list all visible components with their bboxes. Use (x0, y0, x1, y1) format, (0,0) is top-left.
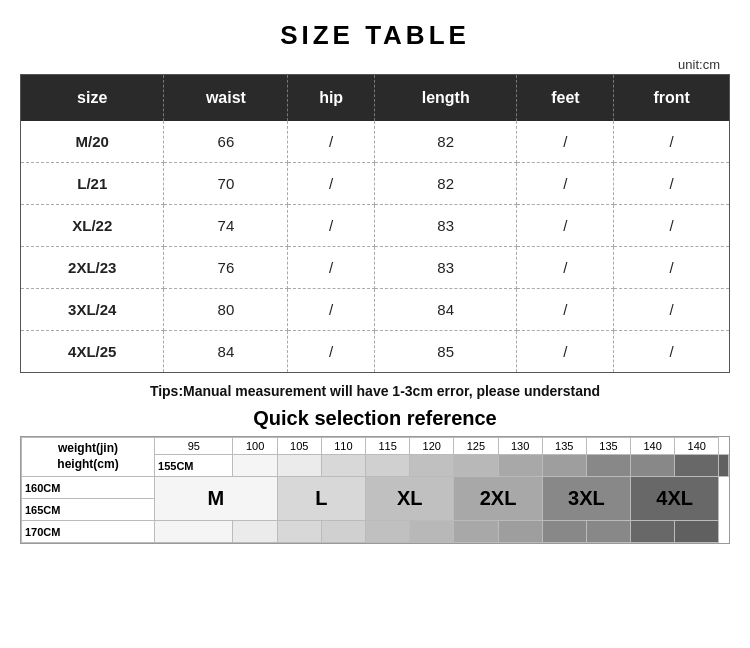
quick-color-cell (542, 521, 586, 543)
table-cell: / (517, 121, 614, 163)
quick-color-cell (233, 455, 277, 477)
table-row: XL/2274/83// (21, 205, 730, 247)
quick-table-wrap: weight(jin)height(cm)9510010511011512012… (20, 436, 730, 544)
table-cell: 76 (164, 247, 288, 289)
quick-color-cell (631, 521, 675, 543)
table-cell: 84 (164, 331, 288, 373)
quick-selection-title: Quick selection reference (20, 407, 730, 430)
table-cell: 82 (374, 163, 517, 205)
size-label-cell: M (155, 477, 278, 521)
quick-color-cell (631, 455, 675, 477)
table-cell: 83 (374, 247, 517, 289)
col-header-length: length (374, 75, 517, 122)
table-cell: / (614, 247, 730, 289)
weight-col-header: 140 (675, 438, 719, 455)
quick-color-cell (321, 521, 365, 543)
table-cell: XL/22 (21, 205, 164, 247)
tips-text: Tips:Manual measurement will have 1-3cm … (20, 383, 730, 399)
table-cell: / (614, 289, 730, 331)
weight-col-header: 100 (233, 438, 277, 455)
table-cell: / (517, 163, 614, 205)
quick-color-cell (366, 455, 410, 477)
table-cell: / (288, 205, 374, 247)
quick-color-cell (454, 455, 498, 477)
col-header-hip: hip (288, 75, 374, 122)
quick-color-cell (277, 521, 321, 543)
quick-color-cell (586, 455, 630, 477)
quick-color-cell (498, 521, 542, 543)
col-header-feet: feet (517, 75, 614, 122)
quick-color-cell (675, 521, 719, 543)
quick-color-cell (233, 521, 277, 543)
unit-label: unit:cm (20, 57, 720, 72)
table-cell: / (517, 247, 614, 289)
quick-color-cell (321, 455, 365, 477)
table-cell: 66 (164, 121, 288, 163)
table-cell: 84 (374, 289, 517, 331)
table-cell: M/20 (21, 121, 164, 163)
table-cell: / (288, 331, 374, 373)
table-cell: / (517, 205, 614, 247)
table-cell: L/21 (21, 163, 164, 205)
quick-color-cell (410, 455, 454, 477)
size-label-cell: 3XL (542, 477, 630, 521)
weight-col-header: 130 (498, 438, 542, 455)
table-row: L/2170/82// (21, 163, 730, 205)
quick-color-cell (586, 521, 630, 543)
quick-table: weight(jin)height(cm)9510010511011512012… (21, 437, 729, 543)
height-label: 165CM (22, 499, 155, 521)
quick-color-cell (410, 521, 454, 543)
col-header-front: front (614, 75, 730, 122)
table-cell: 83 (374, 205, 517, 247)
size-label-cell: 2XL (454, 477, 542, 521)
quick-color-cell (675, 455, 719, 477)
quick-color-cell (719, 455, 729, 477)
weight-col-header: 120 (410, 438, 454, 455)
quick-color-cell (454, 521, 498, 543)
quick-body-row: 170CM (22, 521, 729, 543)
size-table: sizewaisthiplengthfeetfront M/2066/82//L… (20, 74, 730, 373)
table-cell: 3XL/24 (21, 289, 164, 331)
weight-col-header: 110 (321, 438, 365, 455)
table-cell: / (288, 247, 374, 289)
weight-col-header: 140 (631, 438, 675, 455)
size-label-cell: XL (366, 477, 454, 521)
weight-col-header: 135 (586, 438, 630, 455)
table-body: M/2066/82//L/2170/82//XL/2274/83//2XL/23… (21, 121, 730, 373)
table-cell: 85 (374, 331, 517, 373)
table-header-row: sizewaisthiplengthfeetfront (21, 75, 730, 122)
quick-color-cell (498, 455, 542, 477)
size-label-cell: L (277, 477, 365, 521)
table-cell: 80 (164, 289, 288, 331)
table-cell: 4XL/25 (21, 331, 164, 373)
size-label-cell: 4XL (631, 477, 719, 521)
table-cell: 70 (164, 163, 288, 205)
table-cell: / (614, 331, 730, 373)
table-cell: / (614, 205, 730, 247)
table-cell: 2XL/23 (21, 247, 164, 289)
table-cell: / (288, 163, 374, 205)
col-header-size: size (21, 75, 164, 122)
table-cell: 74 (164, 205, 288, 247)
weight-col-header: 125 (454, 438, 498, 455)
col-header-waist: waist (164, 75, 288, 122)
weight-col-header: 115 (366, 438, 410, 455)
quick-header-row: weight(jin)height(cm)9510010511011512012… (22, 438, 729, 455)
quick-color-cell (277, 455, 321, 477)
weight-col-header: 95 (155, 438, 233, 455)
height-label: 155CM (155, 455, 233, 477)
table-cell: / (288, 121, 374, 163)
height-label: 160CM (22, 477, 155, 499)
page-title: SIZE TABLE (20, 20, 730, 51)
table-cell: / (517, 331, 614, 373)
table-cell: 82 (374, 121, 517, 163)
table-row: 3XL/2480/84// (21, 289, 730, 331)
table-row: 2XL/2376/83// (21, 247, 730, 289)
table-cell: / (614, 163, 730, 205)
table-row: 4XL/2584/85// (21, 331, 730, 373)
weight-col-header: 135 (542, 438, 586, 455)
quick-body-row: 160CMMLXL2XL3XL4XL (22, 477, 729, 499)
weight-height-label: weight(jin)height(cm) (22, 438, 155, 477)
table-cell: / (614, 121, 730, 163)
quick-color-cell (155, 521, 233, 543)
